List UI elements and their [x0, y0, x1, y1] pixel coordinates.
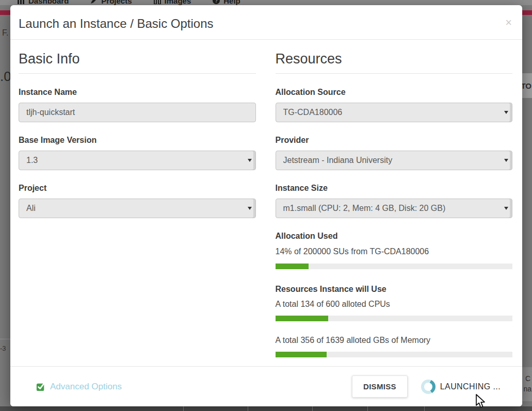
provider-select[interactable]: Jetstream - Indiana University [276, 151, 513, 170]
background-band [522, 367, 532, 401]
loading-spinner-icon [421, 380, 436, 394]
nav-item-label: Help [223, 0, 240, 5]
nav-item-label: Images [165, 0, 191, 5]
allocation-used-heading: Allocation Used [276, 232, 513, 241]
resources-section: Resources Allocation Source TG-CDA180006… [276, 51, 513, 357]
nav-item-dashboard: Dashboard [18, 0, 69, 5]
base-image-version-value: 1.3 [26, 156, 248, 165]
instance-size-label: Instance Size [276, 184, 513, 193]
question-circle-icon: ? [213, 0, 220, 4]
memory-progress-fill [276, 352, 327, 357]
background-divider [0, 339, 10, 339]
basic-info-section: Basic Info Instance Name tljh-quickstart… [19, 51, 256, 357]
checkbox-checked-icon [36, 382, 45, 391]
provider-label: Provider [276, 136, 513, 145]
allocation-used-progress-fill [276, 264, 309, 269]
background-text-fragment: -3 [0, 344, 6, 352]
cpu-progress-track [276, 316, 513, 321]
memory-usage-text: A total 356 of 1639 alloted GBs of Memor… [276, 336, 513, 345]
advanced-options-link[interactable]: Advanced Options [36, 382, 122, 392]
instance-size-value: m1.small (CPU: 2, Mem: 4 GB, Disk: 20 GB… [283, 204, 505, 213]
dismiss-button[interactable]: DISMISS [352, 375, 408, 398]
memory-progress-track [276, 352, 513, 357]
resources-heading: Resources [276, 51, 513, 74]
advanced-options-label: Advanced Options [50, 382, 122, 392]
columns-icon [154, 0, 161, 4]
nav-item-projects: Projects [90, 0, 132, 5]
nav-item-help: ? Help [213, 0, 240, 5]
allocation-source-select[interactable]: TG-CDA180006 [276, 103, 513, 122]
top-navbar: Dashboard Projects Images ? Help [0, 0, 532, 5]
project-label: Project [19, 184, 256, 193]
svg-text:?: ? [215, 0, 218, 4]
allocation-used-block: Allocation Used 14% of 200000 SUs from T… [276, 232, 513, 269]
instance-size-select[interactable]: m1.small (CPU: 2, Mem: 4 GB, Disk: 20 GB… [276, 199, 513, 218]
bar-chart-icon [18, 0, 25, 4]
launching-label: LAUNCHING ... [440, 382, 501, 391]
instance-name-input[interactable]: tljh-quickstart [19, 103, 256, 122]
modal-footer: Advanced Options DISMISS LAUNCHING ... [10, 366, 522, 406]
chevron-down-icon [248, 207, 252, 210]
nav-item-label: Dashboard [28, 0, 69, 5]
launching-button[interactable]: LAUNCHING ... [421, 380, 501, 394]
close-icon[interactable]: × [505, 18, 512, 28]
instance-name-value: tljh-quickstart [26, 108, 75, 117]
background-text-fragment: C [525, 374, 530, 383]
allocation-used-progress-track [276, 264, 513, 269]
allocation-source-value: TG-CDA180006 [283, 108, 505, 117]
pencil-icon [90, 0, 98, 4]
provider-value: Jetstream - Indiana University [283, 156, 505, 165]
allocation-used-text: 14% of 200000 SUs from TG-CDA180006 [276, 247, 513, 256]
cpu-progress-fill [276, 316, 328, 321]
cpu-usage-text: A total 134 of 600 alloted CPUs [276, 300, 513, 309]
nav-item-images: Images [154, 0, 191, 5]
project-value: Ali [26, 204, 248, 213]
chevron-down-icon [504, 207, 508, 210]
base-image-version-select[interactable]: 1.3 [19, 151, 256, 170]
modal-title: Launch an Instance / Basic Options [19, 17, 514, 31]
chevron-down-icon [504, 111, 508, 114]
project-select[interactable]: Ali [19, 199, 256, 218]
chevron-down-icon [504, 159, 508, 162]
launch-instance-modal: Launch an Instance / Basic Options × Bas… [10, 5, 522, 406]
nav-item-label: Projects [101, 0, 132, 5]
basic-info-heading: Basic Info [19, 51, 256, 74]
background-text-fragment: .0 [0, 69, 11, 85]
allocation-source-label: Allocation Source [276, 88, 513, 97]
instance-name-label: Instance Name [19, 88, 256, 97]
background-text-fragment: TO [521, 81, 531, 90]
resources-will-use-block: Resources Instance will Use A total 134 … [276, 285, 513, 357]
background-table-header [0, 406, 532, 411]
background-text-fragment: F. [2, 28, 8, 38]
resources-will-use-heading: Resources Instance will Use [276, 285, 513, 294]
background-text-fragment: na [523, 385, 531, 393]
chevron-down-icon [248, 159, 252, 162]
base-image-version-label: Base Image Version [19, 136, 256, 145]
modal-header: Launch an Instance / Basic Options × [10, 5, 522, 40]
